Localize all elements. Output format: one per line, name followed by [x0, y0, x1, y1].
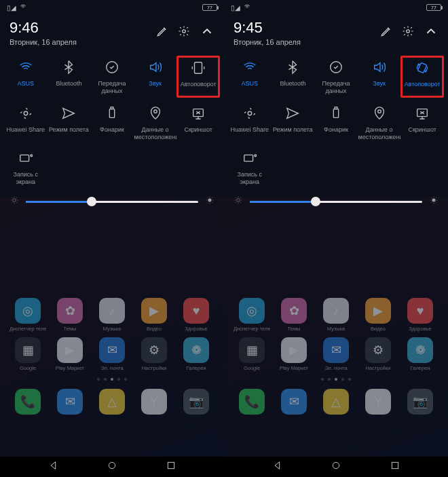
app-icon: ♥	[183, 298, 209, 324]
svg-rect-8	[20, 155, 29, 161]
nav-recent[interactable]	[166, 460, 176, 474]
app-item[interactable]: ♪ Музыка	[315, 298, 357, 332]
app-item[interactable]: ❁ Галерея	[399, 337, 441, 371]
app-item[interactable]: ✿ Темы	[49, 298, 91, 332]
app-item[interactable]: ✉	[49, 389, 91, 417]
qs-screenshot[interactable]: Скриншот	[176, 102, 220, 142]
qs-sound[interactable]: Звук	[358, 56, 401, 98]
gear-icon[interactable]	[178, 25, 190, 40]
app-item[interactable]: ✉	[273, 389, 315, 417]
app-icon: ✉	[99, 337, 125, 363]
app-item[interactable]: ⚙ Настройки	[357, 337, 399, 371]
header: 9:46 Вторник, 16 апреля	[0, 14, 224, 50]
qs-plane[interactable]: Режим полета	[48, 102, 91, 142]
share-icon	[16, 103, 36, 123]
app-item[interactable]: ♥ Здоровье	[399, 298, 441, 332]
app-item[interactable]: ♪ Музыка	[91, 298, 133, 332]
qs-wifi[interactable]: ASUS	[4, 56, 48, 98]
qs-share[interactable]: Huawei Share	[4, 102, 48, 142]
nav-back[interactable]	[48, 460, 59, 474]
app-item[interactable]: 📷	[399, 389, 441, 417]
qs-record[interactable]: Запись с экрана	[228, 147, 272, 187]
flash-icon	[326, 103, 346, 123]
wifi-status-icon	[243, 3, 251, 12]
app-item[interactable]: △	[91, 389, 133, 417]
app-icon: ❁	[183, 337, 209, 363]
qs-pin[interactable]: Данные о местоположении	[134, 102, 177, 142]
svg-rect-27	[392, 462, 398, 468]
app-label: Настройки	[366, 365, 391, 371]
edit-icon[interactable]	[156, 25, 168, 40]
app-icon: ▶	[281, 337, 307, 363]
app-item[interactable]: 📞	[231, 389, 273, 417]
app-icon: ◎	[15, 298, 41, 324]
app-item[interactable]: ◎ Диспетчер телефона	[231, 298, 273, 332]
chevron-up-icon[interactable]	[200, 24, 214, 41]
qs-label: Фонарик	[100, 126, 124, 141]
app-item[interactable]: ✉ Эл. почта	[315, 337, 357, 371]
qs-rotate-on[interactable]: Автоповорот	[400, 56, 444, 98]
data-icon	[326, 57, 346, 77]
quick-settings: ASUS Bluetooth Передача данных Звук Авто…	[0, 50, 224, 187]
app-icon: 📞	[15, 389, 41, 415]
app-item[interactable]: ◎ Диспетчер телефона	[7, 298, 49, 332]
app-item[interactable]: ▶ Play Маркет	[273, 337, 315, 371]
app-item[interactable]: 📞	[7, 389, 49, 417]
qs-label: Звук	[149, 80, 161, 95]
app-item[interactable]: △	[315, 389, 357, 417]
qs-data[interactable]: Передача данных	[90, 56, 134, 98]
qs-rotate-off[interactable]: Автоповорот	[176, 56, 220, 98]
qs-bt[interactable]: Bluetooth	[48, 56, 91, 98]
qs-plane[interactable]: Режим полета	[272, 102, 315, 142]
share-icon	[240, 103, 260, 123]
record-icon	[240, 148, 260, 168]
qs-label: Режим полета	[273, 126, 313, 141]
qs-bt[interactable]: Bluetooth	[272, 56, 315, 98]
nav-recent[interactable]	[390, 460, 400, 474]
app-label: Видео	[371, 326, 386, 332]
app-item[interactable]: ▶ Видео	[133, 298, 175, 332]
app-icon: ✿	[281, 298, 307, 324]
rotate-on-icon	[412, 58, 432, 78]
app-item[interactable]: Y	[133, 389, 175, 417]
qs-label: Автоповорот	[181, 81, 217, 96]
app-item[interactable]: ▶ Видео	[357, 298, 399, 332]
qs-sound[interactable]: Звук	[134, 56, 177, 98]
app-label: Музыка	[103, 326, 122, 332]
app-item[interactable]: ▶ Play Маркет	[49, 337, 91, 371]
app-item[interactable]: Y	[357, 389, 399, 417]
edit-icon[interactable]	[380, 25, 392, 40]
qs-data[interactable]: Передача данных	[314, 56, 358, 98]
wifi-status-icon	[19, 3, 27, 12]
qs-record[interactable]: Запись с экрана	[4, 147, 48, 187]
svg-point-14	[407, 30, 410, 33]
qs-pin[interactable]: Данные о местоположении	[358, 102, 401, 142]
app-item[interactable]: ✉ Эл. почта	[91, 337, 133, 371]
qs-share[interactable]: Huawei Share	[228, 102, 272, 142]
nav-back[interactable]	[272, 460, 283, 474]
chevron-up-icon[interactable]	[424, 24, 438, 41]
qs-screenshot[interactable]: Скриншот	[400, 102, 444, 142]
app-label: Play Маркет	[280, 365, 308, 371]
nav-home[interactable]	[331, 460, 341, 474]
qs-wifi[interactable]: ASUS	[228, 56, 272, 98]
qs-flash[interactable]: Фонарик	[90, 102, 134, 142]
app-icon: ♪	[323, 298, 349, 324]
battery-icon: 77	[426, 4, 441, 11]
qs-flash[interactable]: Фонарик	[314, 102, 358, 142]
sound-icon	[145, 57, 166, 77]
app-item[interactable]: ✿ Темы	[273, 298, 315, 332]
signal-icon: ▯◢	[7, 4, 16, 12]
app-item[interactable]: ▦ Google	[231, 337, 273, 371]
app-item[interactable]: 📷	[175, 389, 217, 417]
gear-icon[interactable]	[402, 25, 414, 40]
nav-home[interactable]	[107, 460, 117, 474]
plane-icon	[58, 103, 79, 123]
app-item[interactable]: ❁ Галерея	[175, 337, 217, 371]
app-item[interactable]: ⚙ Настройки	[133, 337, 175, 371]
app-label: Темы	[64, 326, 77, 332]
app-icon: Y	[365, 389, 391, 415]
app-item[interactable]: ▦ Google	[7, 337, 49, 371]
app-icon: ▦	[15, 337, 41, 363]
app-item[interactable]: ♥ Здоровье	[175, 298, 217, 332]
